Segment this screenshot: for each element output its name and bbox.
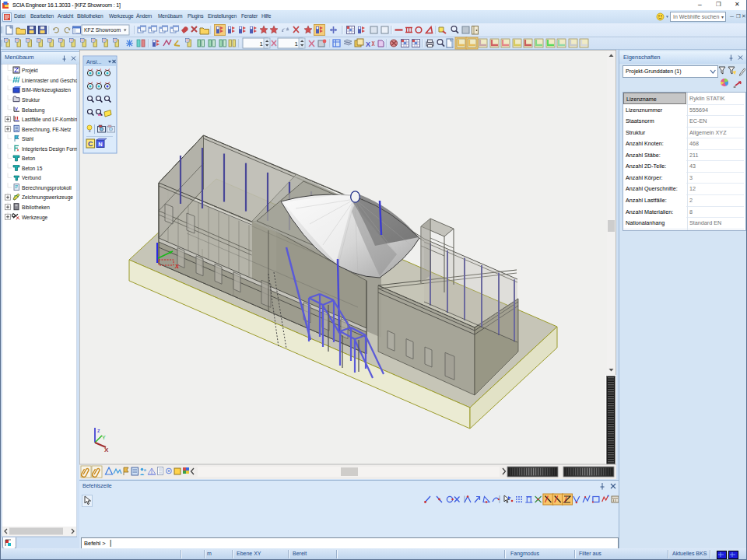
svg-text:x: x — [174, 261, 179, 270]
svg-text:Zeichnungswerkzeuge: Zeichnungswerkzeuge — [22, 194, 73, 201]
svg-text:Ansi...: Ansi... — [86, 59, 102, 65]
svg-text:Werkzeuge: Werkzeuge — [22, 215, 48, 221]
svg-text:Stahl: Stahl — [22, 136, 34, 142]
svg-text:Beton 15: Beton 15 — [22, 166, 43, 171]
svg-text:Bibliotheken: Bibliotheken — [22, 205, 50, 210]
svg-text:X: X — [366, 40, 370, 48]
svg-text:Berechnung, FE-Netz: Berechnung, FE-Netz — [22, 127, 71, 133]
svg-text:Projekt: Projekt — [22, 68, 38, 74]
svg-text:Beton: Beton — [22, 156, 36, 161]
svg-text:KFZ Showroom: KFZ Showroom — [84, 27, 121, 33]
svg-text:Verbund: Verbund — [22, 175, 41, 180]
svg-text:Lastfälle und LF-Kombinatio: Lastfälle und LF-Kombinatio — [22, 117, 77, 122]
svg-text:C: C — [88, 140, 93, 148]
svg-text:Belastung: Belastung — [22, 107, 45, 114]
svg-text:Integriertes Design Forms: Integriertes Design Forms — [22, 146, 77, 152]
svg-text:BIM-Werkzeugkasten: BIM-Werkzeugkasten — [22, 87, 71, 93]
svg-text:1: 1 — [295, 40, 299, 47]
svg-text:X: X — [104, 446, 109, 453]
svg-text:Struktur: Struktur — [22, 97, 40, 103]
svg-text:1: 1 — [260, 40, 264, 47]
svg-text:Berechnungsprotokoll: Berechnungsprotokoll — [22, 185, 72, 191]
svg-text:z: z — [97, 428, 100, 433]
svg-text:N: N — [98, 141, 102, 148]
svg-text:Y: Y — [102, 435, 106, 440]
svg-text:Linienraster und Geschosse: Linienraster und Geschosse — [22, 78, 77, 83]
